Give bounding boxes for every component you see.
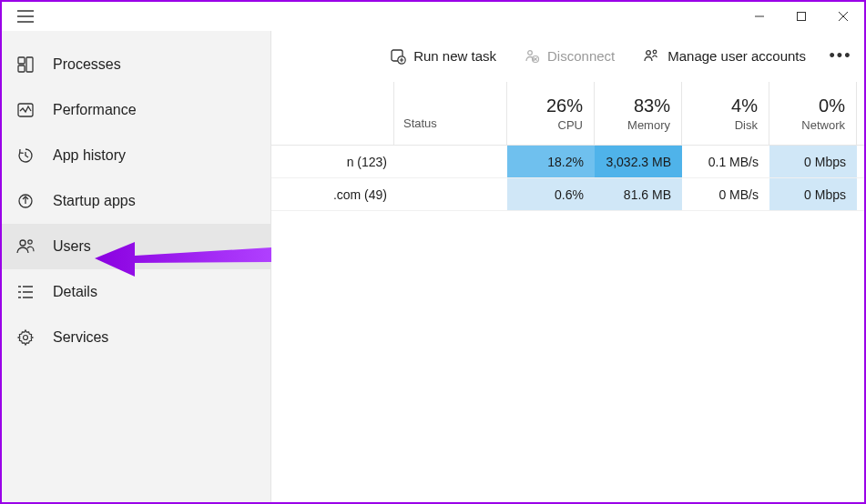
sidebar-item-label: Performance	[53, 102, 137, 118]
sidebar-item-processes[interactable]: Processes	[2, 42, 270, 87]
memory-label: Memory	[627, 118, 670, 132]
row-disk-cell: 0.1 MB/s	[682, 146, 769, 177]
row-network-cell: 0 Mbps	[769, 146, 857, 177]
row-disk-cell: 0 MB/s	[682, 178, 769, 210]
run-new-task-icon	[390, 48, 406, 65]
services-icon	[15, 327, 36, 348]
svg-rect-7	[18, 57, 25, 64]
network-label: Network	[801, 118, 845, 132]
svg-point-13	[28, 240, 32, 244]
sidebar-item-app-history[interactable]: App history	[2, 133, 270, 178]
sidebar-item-performance[interactable]: Performance	[2, 87, 270, 133]
minimize-button[interactable]	[739, 2, 780, 31]
memory-percent: 83%	[634, 96, 670, 116]
run-new-task-label: Run new task	[413, 48, 496, 64]
manage-user-accounts-label: Manage user accounts	[667, 48, 806, 64]
svg-rect-0	[798, 13, 806, 21]
svg-rect-9	[18, 66, 25, 72]
sidebar-item-services[interactable]: Services	[2, 315, 270, 360]
titlebar	[2, 2, 864, 31]
disconnect-icon	[524, 48, 540, 65]
sidebar-item-label: App history	[53, 147, 126, 164]
column-disk[interactable]: 4% Disk	[682, 82, 769, 145]
column-status[interactable]: Status	[394, 82, 507, 145]
maximize-button[interactable]	[780, 2, 822, 31]
sidebar-item-label: Details	[53, 284, 97, 300]
hamburger-menu-button[interactable]	[5, 2, 46, 31]
row-network-cell: 0 Mbps	[769, 178, 857, 210]
row-status-cell	[394, 178, 507, 210]
sidebar-item-label: Services	[53, 329, 108, 346]
column-memory[interactable]: 83% Memory	[595, 82, 682, 145]
row-memory-cell: 81.6 MB	[595, 178, 682, 210]
disconnect-button: Disconnect	[513, 43, 626, 70]
svg-point-14	[24, 336, 28, 340]
svg-point-3	[528, 50, 533, 55]
row-cpu-cell: 18.2%	[507, 146, 595, 177]
sidebar-item-label: Processes	[53, 56, 121, 73]
minimize-icon	[754, 11, 765, 22]
processes-icon	[15, 54, 36, 76]
disk-label: Disk	[735, 118, 758, 132]
sidebar-item-label: Users	[53, 238, 91, 255]
svg-point-5	[647, 50, 651, 55]
app-history-icon	[15, 145, 36, 166]
disk-percent: 4%	[731, 96, 758, 116]
network-percent: 0%	[819, 96, 845, 116]
more-options-button[interactable]: •••	[822, 46, 859, 66]
svg-point-6	[653, 50, 657, 54]
window-controls	[739, 2, 864, 31]
details-icon	[15, 281, 36, 303]
startup-apps-icon	[15, 190, 36, 212]
disconnect-label: Disconnect	[547, 48, 615, 64]
column-network[interactable]: 0% Network	[769, 82, 857, 145]
cpu-percent: 26%	[546, 96, 583, 116]
sidebar: Processes Performance App history Startu…	[2, 31, 271, 502]
run-new-task-button[interactable]: Run new task	[379, 43, 507, 70]
sidebar-item-details[interactable]: Details	[2, 269, 270, 315]
manage-user-accounts-button[interactable]: Manage user accounts	[631, 43, 817, 70]
close-button[interactable]	[822, 2, 864, 31]
cpu-label: CPU	[558, 118, 583, 132]
task-manager-window: Run new task Disconnect Manage user acco…	[0, 0, 866, 504]
sidebar-item-users[interactable]: Users	[2, 224, 270, 269]
svg-point-12	[20, 240, 25, 246]
sidebar-item-startup-apps[interactable]: Startup apps	[2, 178, 270, 224]
row-memory-cell: 3,032.3 MB	[595, 146, 682, 177]
sidebar-item-label: Startup apps	[53, 193, 136, 209]
row-status-cell	[394, 146, 507, 177]
hamburger-icon	[17, 10, 34, 23]
ellipsis-icon: •••	[830, 46, 852, 66]
users-icon	[15, 236, 36, 257]
column-status-label: Status	[403, 116, 437, 130]
maximize-icon	[796, 11, 807, 22]
svg-rect-8	[26, 57, 33, 72]
row-cpu-cell: 0.6%	[507, 178, 595, 210]
manage-user-accounts-icon	[642, 48, 660, 65]
close-icon	[838, 11, 849, 22]
column-cpu[interactable]: 26% CPU	[507, 82, 595, 145]
performance-icon	[15, 99, 36, 121]
